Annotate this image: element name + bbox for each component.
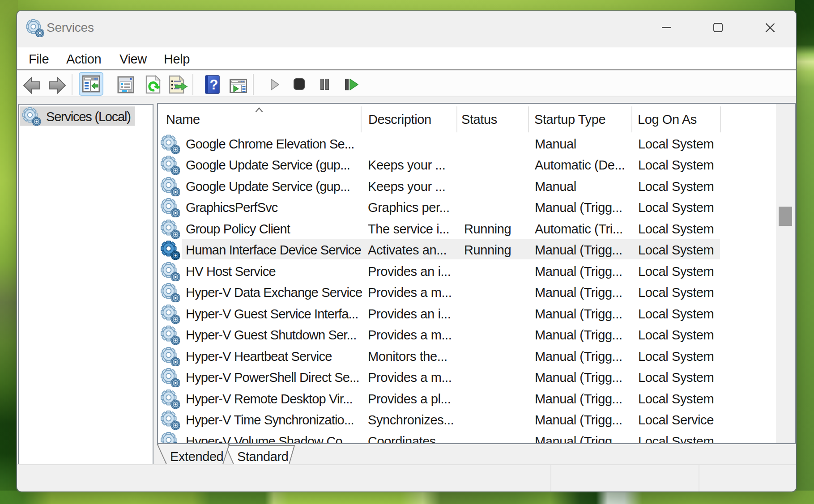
svg-text:?: ?: [210, 77, 218, 93]
